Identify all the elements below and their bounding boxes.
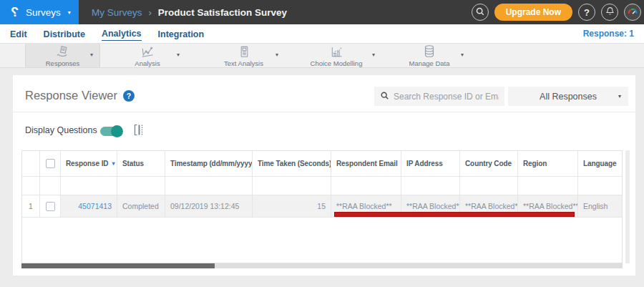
breadcrumb: My Surveys › Product Satisfaction Survey bbox=[92, 7, 287, 18]
chevron-down-icon: ▾ bbox=[68, 9, 71, 16]
filter-cell[interactable] bbox=[117, 177, 165, 195]
chevron-down-icon: ▾ bbox=[177, 52, 180, 58]
breadcrumb-separator: › bbox=[149, 7, 152, 18]
response-viewer-panel: Response Viewer ? All Responses ▾ Displa… bbox=[13, 75, 635, 276]
header-label: Timestamp (dd/mm/yyyy) bbox=[170, 160, 253, 167]
product-menu[interactable]: ? Surveys ▾ bbox=[0, 0, 79, 24]
toolbar-item-responses[interactable]: ▾ Responses bbox=[25, 44, 100, 67]
select-all-checkbox[interactable] bbox=[46, 159, 55, 168]
sort-desc-icon[interactable]: ▾ bbox=[112, 160, 114, 167]
red-underline-annotation bbox=[334, 212, 575, 217]
title-help-icon[interactable]: ? bbox=[123, 90, 135, 102]
search-input[interactable] bbox=[394, 92, 499, 102]
responses-icon bbox=[55, 45, 71, 59]
header-label: Country Code bbox=[465, 160, 512, 167]
manage-data-icon bbox=[421, 44, 437, 59]
horizontal-scrollbar-thumb[interactable] bbox=[21, 263, 215, 268]
chevron-down-icon: ▾ bbox=[90, 52, 93, 58]
vertical-scrollbar[interactable] bbox=[625, 150, 630, 263]
header-response-id[interactable]: Response ID ▾ bbox=[61, 151, 117, 177]
filter-cell bbox=[40, 177, 61, 195]
cell-timestamp: 09/12/2019 13:12:45 bbox=[165, 195, 253, 218]
header-status[interactable]: Status bbox=[117, 151, 165, 177]
filter-cell[interactable] bbox=[460, 177, 518, 195]
table-empty-area bbox=[22, 218, 622, 263]
header-label: Respondent Email bbox=[336, 160, 398, 167]
filter-cell[interactable] bbox=[518, 177, 578, 195]
toolbar-item-analysis[interactable]: ▾ Analysis bbox=[109, 44, 186, 67]
tab-analytics[interactable]: Analytics bbox=[102, 26, 142, 41]
chevron-down-icon: ▾ bbox=[618, 93, 621, 99]
profile-avatar[interactable] bbox=[624, 4, 641, 21]
header-region[interactable]: Region bbox=[518, 151, 578, 177]
filter-dropdown-value: All Responses bbox=[540, 92, 597, 102]
bell-icon bbox=[605, 6, 615, 18]
response-count-label: Response: 1 bbox=[583, 29, 634, 39]
header-country-code[interactable]: Country Code bbox=[460, 151, 518, 177]
question-mark-icon: ? bbox=[584, 7, 590, 18]
filter-cell[interactable] bbox=[253, 177, 331, 195]
cell-time-taken: 15 bbox=[253, 195, 331, 218]
search-icon bbox=[475, 6, 485, 19]
horizontal-scrollbar[interactable] bbox=[21, 263, 623, 268]
header-label: Language bbox=[583, 160, 616, 167]
topbar: ? Surveys ▾ My Surveys › Product Satisfa… bbox=[0, 0, 644, 24]
filter-cell[interactable] bbox=[331, 177, 401, 195]
chevron-down-icon: ▾ bbox=[275, 52, 278, 58]
toolbar-item-label: Text Analysis bbox=[224, 59, 263, 67]
toolbar-item-choice-modelling[interactable]: ▾ Choice Modelling bbox=[291, 44, 381, 67]
tab-edit[interactable]: Edit bbox=[10, 27, 27, 41]
pin-columns-icon[interactable] bbox=[133, 123, 145, 140]
display-questions-toggle[interactable] bbox=[100, 127, 122, 136]
header-select-all-cell bbox=[40, 151, 61, 177]
header-label: IP Address bbox=[406, 160, 443, 167]
response-filter-dropdown[interactable]: All Responses ▾ bbox=[508, 87, 628, 106]
notifications-button[interactable] bbox=[601, 4, 618, 21]
filter-cell[interactable] bbox=[401, 177, 460, 195]
tab-integration[interactable]: Integration bbox=[158, 27, 205, 41]
tab-distribute[interactable]: Distribute bbox=[44, 27, 85, 41]
filter-cell[interactable] bbox=[578, 177, 622, 195]
toolbar-item-text-analysis[interactable]: ▾ Text Analysis bbox=[203, 44, 285, 67]
responses-table: Response ID ▾ Status Timestamp (dd/mm/yy… bbox=[21, 150, 623, 263]
header-label: Status bbox=[122, 160, 144, 167]
header-respondent-email[interactable]: Respondent Email bbox=[331, 151, 401, 177]
help-button[interactable]: ? bbox=[578, 4, 595, 21]
toolbar-item-label: Choice Modelling bbox=[311, 59, 363, 67]
search-button[interactable] bbox=[472, 4, 489, 21]
title-divider bbox=[13, 112, 635, 112]
display-questions-label: Display Questions bbox=[25, 125, 97, 135]
row-checkbox[interactable] bbox=[46, 202, 55, 211]
cell-response-id: 45071413 bbox=[61, 195, 117, 218]
cell-language: English bbox=[578, 195, 622, 218]
topbar-actions: Upgrade Now ? bbox=[472, 4, 644, 21]
row-select-cell bbox=[40, 195, 61, 218]
header-label: Region bbox=[523, 160, 547, 167]
questionpro-logo-icon: ? bbox=[11, 6, 19, 19]
chevron-down-icon: ▾ bbox=[461, 52, 464, 58]
header-label: Time Taken (Seconds) bbox=[258, 160, 331, 167]
analytics-toolbar: ▾ Responses ▾ Analysis ▾ bbox=[0, 43, 644, 68]
survey-nav: Edit Distribute Analytics Integration Re… bbox=[0, 24, 644, 43]
header-timestamp[interactable]: Timestamp (dd/mm/yyyy) ⇅ bbox=[165, 151, 253, 177]
filter-cell[interactable] bbox=[165, 177, 253, 195]
page-title-row: Response Viewer ? bbox=[25, 89, 135, 102]
response-id-link[interactable]: 45071413 bbox=[78, 202, 112, 210]
analysis-icon bbox=[140, 45, 155, 59]
row-number-cell: 1 bbox=[22, 195, 40, 218]
chevron-down-icon: ▾ bbox=[372, 52, 375, 58]
header-corner-cell bbox=[22, 151, 40, 177]
breadcrumb-current-survey: Product Satisfaction Survey bbox=[158, 7, 287, 18]
toolbar-item-manage-data[interactable]: ▾ Manage Data bbox=[389, 44, 470, 67]
search-icon bbox=[380, 90, 389, 103]
filter-cell[interactable] bbox=[61, 177, 117, 195]
product-menu-label: Surveys bbox=[26, 7, 61, 18]
upgrade-now-button[interactable]: Upgrade Now bbox=[494, 4, 572, 21]
toolbar-item-label: Analysis bbox=[135, 59, 160, 67]
header-ip-address[interactable]: IP Address bbox=[401, 151, 460, 177]
header-time-taken[interactable]: Time Taken (Seconds) ⇅ bbox=[253, 151, 331, 177]
toolbar-item-label: Manage Data bbox=[409, 59, 449, 67]
gauge-avatar-icon bbox=[626, 5, 639, 20]
header-language[interactable]: Language bbox=[578, 151, 622, 177]
breadcrumb-my-surveys[interactable]: My Surveys bbox=[92, 7, 142, 18]
